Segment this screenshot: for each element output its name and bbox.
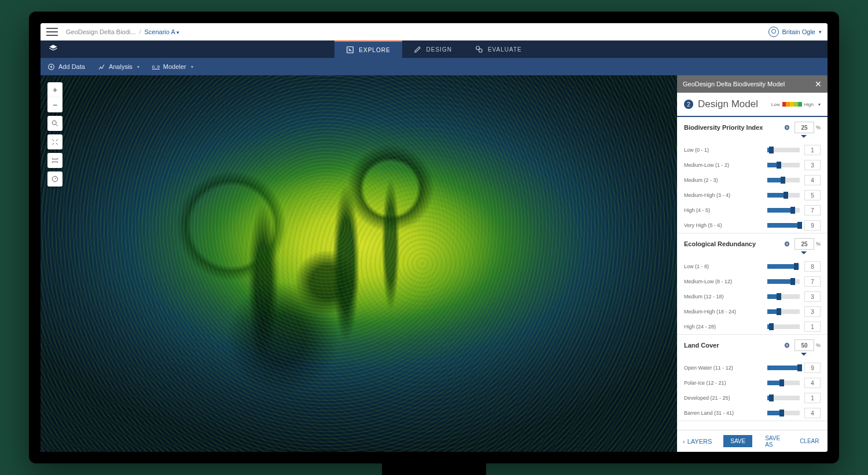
tab-evaluate[interactable]: EVALUATE	[464, 41, 534, 58]
row-value[interactable]: 1	[804, 321, 821, 332]
row-value[interactable]: 3	[804, 291, 821, 302]
layers-icon[interactable]	[49, 44, 58, 55]
modeler-dropdown[interactable]: 0..9 Modeler	[152, 63, 193, 71]
slider-track[interactable]	[767, 264, 800, 269]
slider-thumb[interactable]	[769, 323, 774, 330]
row-value[interactable]: 1	[804, 145, 821, 155]
row-value[interactable]: 9	[804, 220, 821, 231]
slider-thumb[interactable]	[797, 364, 802, 371]
slider-thumb[interactable]	[777, 308, 781, 315]
legend-high-label: High	[804, 102, 814, 107]
percent-input[interactable]: 50	[795, 339, 814, 351]
map-canvas[interactable]: + −	[41, 75, 677, 452]
row-label: Open Water (11 - 12)	[684, 365, 763, 371]
slider-thumb[interactable]	[779, 379, 784, 386]
slider-thumb[interactable]	[790, 278, 795, 285]
slider-fill	[767, 208, 793, 213]
modeler-label: Modeler	[163, 63, 186, 70]
user-name: Britain Ogle	[782, 28, 815, 35]
save-button[interactable]: SAVE	[723, 435, 752, 447]
row-value[interactable]: 7	[804, 276, 821, 287]
slider-track[interactable]	[767, 279, 800, 284]
breadcrumb-scenario[interactable]: Scenario A	[145, 28, 180, 35]
row-value[interactable]: 4	[804, 408, 821, 418]
slider-thumb[interactable]	[794, 263, 799, 270]
section-name: Biodiversity Priority Index	[684, 124, 763, 131]
slider-track[interactable]	[767, 411, 800, 415]
save-as-button[interactable]: SAVE AS	[758, 432, 787, 451]
row-label: Low (0 - 1)	[684, 147, 763, 153]
measure-button[interactable]	[47, 153, 62, 168]
user-menu[interactable]: Britain Ogle ▾	[768, 27, 822, 37]
model-panel: GeoDesign Delta Biodiversity Model ✕ 2 D…	[677, 75, 827, 452]
slider-thumb[interactable]	[781, 177, 785, 184]
slider-track[interactable]	[767, 208, 800, 213]
row-label: Medium-High (3 - 4)	[684, 192, 763, 198]
row-value[interactable]: 7	[804, 205, 821, 215]
add-data-button[interactable]: Add Data	[47, 63, 85, 71]
step-badge: 2	[684, 100, 693, 109]
tab-explore[interactable]: EXPLORE	[334, 41, 402, 58]
slider-track[interactable]	[767, 366, 800, 370]
close-icon[interactable]: ✕	[815, 79, 822, 89]
sliders-icon[interactable]: ⚙	[784, 240, 790, 248]
back-to-layers[interactable]: ‹ LAYERS	[683, 438, 712, 445]
analysis-dropdown[interactable]: Analysis	[98, 63, 139, 71]
row-value[interactable]: 8	[804, 261, 821, 272]
slider-thumb[interactable]	[784, 192, 788, 199]
row-value[interactable]: 9	[804, 363, 821, 373]
slider-track[interactable]	[767, 381, 800, 385]
row-value[interactable]: 3	[804, 160, 821, 170]
percent-input[interactable]: 25	[795, 238, 814, 250]
sliders-icon[interactable]: ⚙	[784, 342, 790, 349]
slider-track[interactable]	[767, 163, 800, 167]
row-value[interactable]: 4	[804, 175, 821, 185]
tab-design[interactable]: DESIGN	[402, 41, 464, 58]
breadcrumb-project[interactable]: GeoDesign Delta Biodi...	[66, 28, 135, 35]
slider-track[interactable]	[767, 309, 800, 314]
row-value[interactable]: 3	[804, 306, 821, 317]
row-value[interactable]: 4	[804, 378, 821, 388]
slider-track[interactable]	[767, 223, 800, 228]
percent-input[interactable]: 25	[795, 122, 814, 133]
slider-thumb[interactable]	[769, 147, 774, 154]
row-value[interactable]: 5	[804, 190, 821, 200]
slider-row: Open Water (11 - 12)9	[677, 360, 827, 375]
search-button[interactable]	[47, 116, 62, 131]
slider-row: Low (1 - 8)8	[677, 259, 827, 274]
panel-body[interactable]: Biodiversity Priority Index⚙25%Low (0 - …	[677, 117, 827, 430]
slider-track[interactable]	[767, 324, 800, 329]
slider-thumb[interactable]	[779, 410, 784, 416]
slider-track[interactable]	[767, 178, 800, 182]
slider-thumb[interactable]	[790, 207, 795, 214]
panel-footer: ‹ LAYERS SAVE SAVE AS CLEAR	[677, 430, 827, 452]
slider-fill	[767, 223, 800, 228]
menu-icon[interactable]	[46, 28, 58, 36]
slider-row: Barren Land (31 - 41)4	[677, 405, 827, 421]
avatar-icon	[768, 27, 779, 37]
slider-track[interactable]	[767, 193, 800, 198]
slider-track[interactable]	[767, 396, 800, 400]
zoom-in-button[interactable]: +	[47, 82, 62, 97]
slider-thumb[interactable]	[777, 162, 781, 169]
dashboard-button[interactable]	[47, 171, 62, 187]
slider-thumb[interactable]	[769, 394, 774, 401]
slider-thumb[interactable]	[797, 222, 802, 229]
slider-thumb[interactable]	[777, 293, 781, 300]
row-label: Developed (21 - 25)	[684, 395, 763, 401]
slider-track[interactable]	[767, 148, 800, 152]
chevron-left-icon: ‹	[683, 438, 685, 445]
legend-gradient	[782, 102, 802, 107]
extent-button[interactable]	[47, 134, 62, 149]
row-label: Medium (12 - 18)	[684, 294, 763, 299]
row-label: Very High (5 - 6)	[684, 222, 763, 228]
monitor-frame: GeoDesign Delta Biodi... / Scenario A Br…	[29, 12, 839, 463]
breadcrumb-separator: /	[139, 28, 141, 35]
secondary-toolbar: Add Data Analysis 0..9 Modeler	[41, 58, 827, 75]
clear-button[interactable]: CLEAR	[793, 435, 826, 447]
zoom-out-button[interactable]: −	[47, 97, 62, 112]
slider-track[interactable]	[767, 294, 800, 299]
sliders-icon[interactable]: ⚙	[784, 124, 790, 131]
row-value[interactable]: 1	[804, 393, 821, 403]
legend-chevron-icon[interactable]: ▾	[818, 102, 821, 107]
